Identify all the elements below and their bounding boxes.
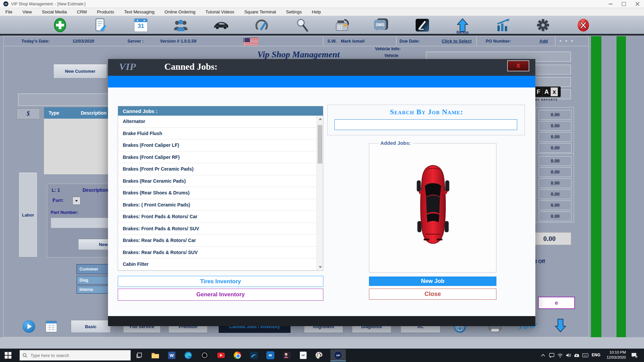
canned-jobs-list: AlternatorBrake Fluid FlushBrakes (Front… bbox=[118, 116, 323, 270]
us-flag-icon bbox=[243, 38, 259, 46]
vip-app-icon[interactable]: VIP bbox=[334, 351, 342, 360]
play-button[interactable] bbox=[22, 320, 35, 333]
menu-item[interactable]: File bbox=[5, 9, 12, 14]
notification-center-icon[interactable] bbox=[631, 352, 638, 359]
po-add-link[interactable]: Add bbox=[539, 39, 548, 44]
modal-close-button[interactable]: X bbox=[507, 60, 529, 71]
dollar-button[interactable]: $ bbox=[16, 108, 40, 119]
exit-icon[interactable] bbox=[576, 17, 591, 33]
job-search-input[interactable] bbox=[334, 119, 517, 130]
canned-job-item[interactable]: Alternator bbox=[118, 116, 317, 128]
list-scrollbar[interactable] bbox=[317, 116, 323, 270]
canned-job-item[interactable]: Brakes: Rear Pads & Rotors/ SUV bbox=[118, 247, 317, 259]
menu-item[interactable]: Products bbox=[97, 9, 114, 14]
menu-item[interactable]: Help bbox=[312, 9, 321, 14]
chrome-icon[interactable] bbox=[233, 351, 242, 360]
maximize-button[interactable] bbox=[617, 0, 631, 8]
vehicle-info-label: Vehicle Info: bbox=[375, 46, 401, 51]
search-icon[interactable] bbox=[294, 17, 310, 33]
settings-icon[interactable] bbox=[535, 17, 551, 33]
menu-item[interactable]: Text Messaging bbox=[124, 9, 154, 14]
menu-item[interactable]: Square Terminal bbox=[244, 9, 276, 14]
labor-button[interactable]: Labor bbox=[18, 172, 38, 257]
menu-item[interactable]: Online Ordering bbox=[165, 9, 196, 14]
clock-time: 10:10 PM bbox=[604, 350, 626, 355]
tray-wifi-icon[interactable] bbox=[557, 353, 563, 358]
taskbar-search[interactable] bbox=[19, 350, 131, 361]
scroll-thumb[interactable] bbox=[318, 125, 322, 164]
canned-job-item[interactable]: Brakes: Front Pads & Rotors/ Car bbox=[118, 211, 317, 223]
tray-chevron-icon[interactable] bbox=[540, 353, 546, 358]
tray-keyboard-icon[interactable] bbox=[582, 353, 588, 358]
word-icon[interactable]: W bbox=[167, 351, 176, 360]
canned-job-item[interactable]: Brakes (Rear Ceramic Pads) bbox=[118, 175, 317, 187]
general-inventory-button[interactable]: General Inventory bbox=[118, 289, 323, 301]
download-icon[interactable] bbox=[554, 318, 567, 333]
menu-item[interactable]: Social Media bbox=[42, 9, 67, 14]
window-close-button[interactable] bbox=[631, 0, 644, 8]
new-customer-button[interactable]: New Customer bbox=[53, 64, 107, 78]
dark-browser-icon[interactable] bbox=[200, 351, 209, 360]
language-indicator[interactable]: ENG bbox=[592, 353, 600, 357]
total-value: 0.00 bbox=[539, 178, 572, 188]
tires-inventory-button[interactable]: Tires Inventory bbox=[118, 276, 323, 287]
tray-onedrive-icon[interactable] bbox=[574, 353, 580, 358]
save-button-partial[interactable]: e bbox=[538, 297, 575, 309]
fax-icon[interactable] bbox=[334, 17, 350, 33]
mysql-icon[interactable] bbox=[250, 351, 258, 360]
carfax-letter-a: A bbox=[542, 87, 550, 96]
menu-item[interactable]: Settings bbox=[286, 9, 302, 14]
menu-item[interactable]: View bbox=[22, 9, 32, 14]
calendar-icon[interactable]: 31 bbox=[133, 17, 149, 33]
edge-icon[interactable] bbox=[184, 351, 193, 360]
paint-icon[interactable] bbox=[315, 351, 323, 360]
tray-cast-icon[interactable] bbox=[549, 353, 555, 358]
add-icon[interactable] bbox=[52, 17, 68, 33]
edit-estimate-icon[interactable] bbox=[93, 17, 108, 33]
carfax-logo[interactable]: F A x TORY REPORTS bbox=[531, 86, 564, 102]
modal-header[interactable]: VIP Canned Jobs: X bbox=[108, 59, 535, 76]
signature-icon[interactable] bbox=[415, 17, 430, 33]
total-value: 0.00 bbox=[539, 200, 572, 210]
youtube-icon[interactable] bbox=[217, 351, 225, 360]
canned-job-item[interactable]: Cabin Filter bbox=[118, 258, 317, 270]
part-dropdown-button[interactable] bbox=[72, 197, 80, 205]
scroll-up-icon[interactable] bbox=[319, 118, 322, 120]
vip-doc-icon[interactable]: VIP bbox=[299, 351, 308, 360]
part-number-input[interactable] bbox=[51, 218, 109, 228]
teamviewer-icon[interactable] bbox=[266, 351, 275, 360]
canned-job-item[interactable]: Brakes (Rear Shoes & Drums) bbox=[118, 187, 317, 199]
canned-job-item[interactable]: Brakes: Rear Pads & Rotors/ Car bbox=[118, 235, 317, 247]
start-button[interactable] bbox=[4, 351, 12, 359]
sms-icon[interactable]: SMS bbox=[373, 17, 389, 33]
gauge-icon[interactable] bbox=[254, 17, 269, 33]
more-options-dots[interactable]: • • • bbox=[559, 38, 574, 44]
photos-icon[interactable] bbox=[282, 351, 291, 360]
bottom-button-basic[interactable]: Basic bbox=[71, 320, 111, 333]
menu-item[interactable]: Tutorial Videos bbox=[205, 9, 234, 14]
canned-job-item[interactable]: Brake Fluid Flush bbox=[118, 128, 317, 140]
clock-date: 12/03/2020 bbox=[604, 355, 626, 360]
file-explorer-icon[interactable] bbox=[151, 351, 160, 360]
scroll-down-icon[interactable] bbox=[319, 266, 322, 268]
total-value: 0.00 bbox=[539, 167, 572, 177]
customers-icon[interactable] bbox=[173, 17, 189, 33]
due-date-select-link[interactable]: Click to Select bbox=[442, 39, 472, 44]
modal-close-action-button[interactable]: Close bbox=[369, 289, 496, 300]
canned-job-item[interactable]: Brakes: Front Pads & Rotors/ SUV bbox=[118, 223, 317, 235]
tray-speaker-icon[interactable] bbox=[566, 353, 572, 358]
reports-icon[interactable] bbox=[495, 17, 511, 33]
vehicle-icon[interactable] bbox=[213, 17, 229, 33]
canned-job-item[interactable]: Brakes: ( Front Ceramic Pads) bbox=[118, 199, 317, 211]
minimize-button[interactable] bbox=[604, 0, 617, 8]
taskbar-search-input[interactable] bbox=[30, 353, 122, 358]
canned-job-item[interactable]: Brakes (Front Caliper LF) bbox=[118, 139, 317, 152]
task-view-icon[interactable] bbox=[135, 351, 144, 360]
menu-item[interactable]: CRM bbox=[77, 9, 87, 14]
canned-job-item[interactable]: Brakes (Front Caliper RF) bbox=[118, 152, 317, 164]
schedule-calendar-icon[interactable] bbox=[46, 321, 57, 332]
taskbar-clock[interactable]: 10:10 PM 12/03/2020 bbox=[604, 350, 626, 360]
modal-title: Canned Jobs: bbox=[164, 62, 217, 72]
canned-job-item[interactable]: Brakes (Front Pr Ceramic Pads) bbox=[118, 163, 317, 175]
new-job-button[interactable]: New Job bbox=[369, 277, 496, 286]
